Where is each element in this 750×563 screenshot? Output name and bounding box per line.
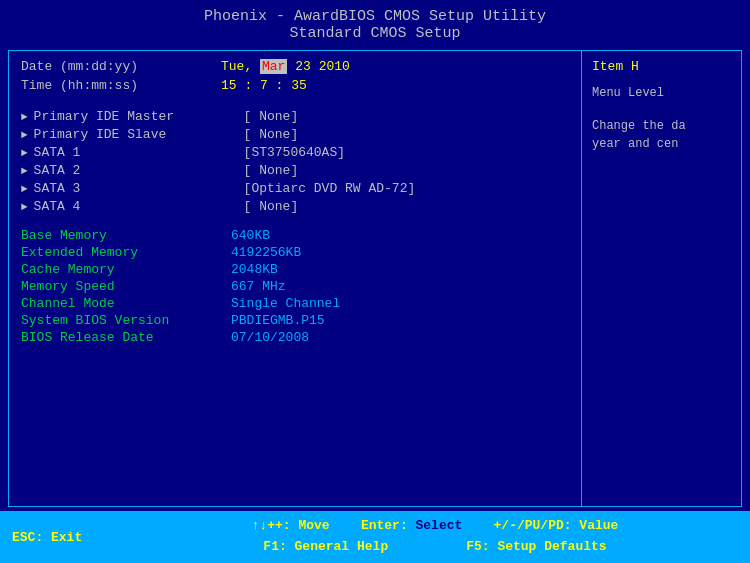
header-title2: Standard CMOS Setup <box>0 25 750 42</box>
date-rest: 23 2010 <box>287 59 349 74</box>
sysinfo-label-3: Memory Speed <box>21 279 231 294</box>
right-panel: Item H Menu Level Change the da year and… <box>582 50 742 507</box>
description-line1: Change the da <box>592 119 686 133</box>
sysinfo-row-6: BIOS Release Date 07/10/2008 <box>21 330 569 345</box>
menu-item-label-3: SATA 2 <box>34 163 244 178</box>
sysinfo-value-0: 640KB <box>231 228 270 243</box>
sysinfo-section: Base Memory 640KB Extended Memory 419225… <box>21 228 569 345</box>
sysinfo-label-5: System BIOS Version <box>21 313 231 328</box>
description-line2: year and cen <box>592 137 678 151</box>
sysinfo-label-6: BIOS Release Date <box>21 330 231 345</box>
menu-item-value-5: [ None] <box>244 199 299 214</box>
date-month: Mar <box>260 59 287 74</box>
sysinfo-value-1: 4192256KB <box>231 245 301 260</box>
footer-esc[interactable]: ESC: Exit <box>12 530 132 545</box>
date-time-section: Date (mm:dd:yy) Tue, Mar 23 2010 Time (h… <box>21 59 569 93</box>
menu-item-3[interactable]: ► SATA 2 [ None] <box>21 163 569 178</box>
header-title1: Phoenix - AwardBIOS CMOS Setup Utility <box>0 8 750 25</box>
right-panel-description: Change the da year and cen <box>592 117 731 153</box>
main-content: Date (mm:dd:yy) Tue, Mar 23 2010 Time (h… <box>8 50 742 507</box>
sysinfo-value-6: 07/10/2008 <box>231 330 309 345</box>
time-value: 15 : 7 : 35 <box>221 78 307 93</box>
menu-item-label-5: SATA 4 <box>34 199 244 214</box>
menu-item-0[interactable]: ► Primary IDE Master [ None] <box>21 109 569 124</box>
sysinfo-row-4: Channel Mode Single Channel <box>21 296 569 311</box>
menu-item-1[interactable]: ► Primary IDE Slave [ None] <box>21 127 569 142</box>
nav-keys: ↑↓++: Move <box>252 518 330 533</box>
enter-key: Enter: <box>361 518 408 533</box>
sysinfo-value-4: Single Channel <box>231 296 340 311</box>
menu-item-label-2: SATA 1 <box>34 145 244 160</box>
sysinfo-value-5: PBDIEGMB.P15 <box>231 313 325 328</box>
date-dow: Tue, <box>221 59 260 74</box>
menu-item-4[interactable]: ► SATA 3 [Optiarc DVD RW AD-72] <box>21 181 569 196</box>
esc-label: ESC: Exit <box>12 530 82 545</box>
screen: Phoenix - AwardBIOS CMOS Setup Utility S… <box>0 0 750 563</box>
value-key: +/-/PU/PD: Value <box>494 518 619 533</box>
sysinfo-label-1: Extended Memory <box>21 245 231 260</box>
header: Phoenix - AwardBIOS CMOS Setup Utility S… <box>0 0 750 46</box>
footer-row2: F1: General Help F5: Setup Defaults <box>132 537 738 558</box>
left-panel: Date (mm:dd:yy) Tue, Mar 23 2010 Time (h… <box>8 50 582 507</box>
menu-section: ► Primary IDE Master [ None] ► Primary I… <box>21 109 569 214</box>
arrow-icon-1: ► <box>21 129 28 141</box>
date-value: Tue, Mar 23 2010 <box>221 59 350 74</box>
arrow-icon-3: ► <box>21 165 28 177</box>
sysinfo-row-0: Base Memory 640KB <box>21 228 569 243</box>
sysinfo-label-4: Channel Mode <box>21 296 231 311</box>
menu-item-label-4: SATA 3 <box>34 181 244 196</box>
menu-item-value-3: [ None] <box>244 163 299 178</box>
menu-item-value-4: [Optiarc DVD RW AD-72] <box>244 181 416 196</box>
footer-row1: ↑↓++: Move Enter: Select +/-/PU/PD: Valu… <box>132 516 738 537</box>
sysinfo-row-3: Memory Speed 667 MHz <box>21 279 569 294</box>
sysinfo-row-5: System BIOS Version PBDIEGMB.P15 <box>21 313 569 328</box>
arrow-icon-0: ► <box>21 111 28 123</box>
time-label: Time (hh:mm:ss) <box>21 78 221 93</box>
menu-level-text: Menu Level <box>592 86 664 100</box>
footer-center: ↑↓++: Move Enter: Select +/-/PU/PD: Valu… <box>132 516 738 558</box>
footer: ESC: Exit ↑↓++: Move Enter: Select +/-/P… <box>0 511 750 563</box>
menu-item-value-1: [ None] <box>244 127 299 142</box>
menu-item-value-0: [ None] <box>244 109 299 124</box>
f1-key: F1: General Help <box>263 539 388 554</box>
right-panel-title: Item H <box>592 59 731 74</box>
time-row: Time (hh:mm:ss) 15 : 7 : 35 <box>21 78 569 93</box>
date-label: Date (mm:dd:yy) <box>21 59 221 74</box>
arrow-icon-5: ► <box>21 201 28 213</box>
sysinfo-row-2: Cache Memory 2048KB <box>21 262 569 277</box>
sysinfo-label-0: Base Memory <box>21 228 231 243</box>
menu-item-5[interactable]: ► SATA 4 [ None] <box>21 199 569 214</box>
date-row: Date (mm:dd:yy) Tue, Mar 23 2010 <box>21 59 569 74</box>
sysinfo-row-1: Extended Memory 4192256KB <box>21 245 569 260</box>
menu-item-2[interactable]: ► SATA 1 [ST3750640AS] <box>21 145 569 160</box>
f5-key: F5: Setup Defaults <box>466 539 606 554</box>
menu-item-label-0: Primary IDE Master <box>34 109 244 124</box>
menu-item-label-1: Primary IDE Slave <box>34 127 244 142</box>
enter-desc: Select <box>416 518 463 533</box>
sysinfo-value-3: 667 MHz <box>231 279 286 294</box>
sysinfo-value-2: 2048KB <box>231 262 278 277</box>
arrow-icon-4: ► <box>21 183 28 195</box>
arrow-icon-2: ► <box>21 147 28 159</box>
sysinfo-label-2: Cache Memory <box>21 262 231 277</box>
menu-item-value-2: [ST3750640AS] <box>244 145 345 160</box>
right-panel-subtitle: Menu Level <box>592 84 731 102</box>
